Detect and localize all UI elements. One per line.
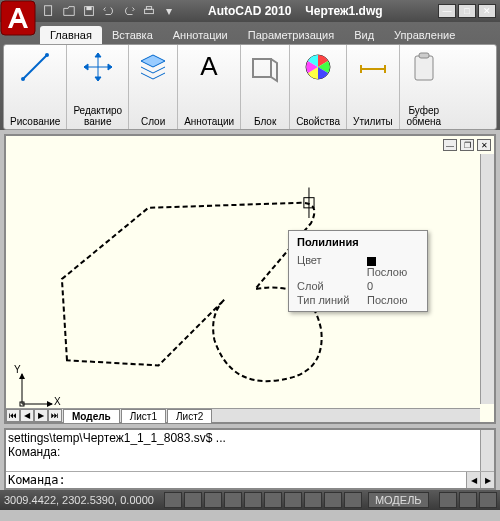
tab-annotate[interactable]: Аннотации bbox=[163, 26, 238, 44]
redo-icon[interactable] bbox=[120, 3, 138, 19]
coordinates[interactable]: 3009.4422, 2302.5390, 0.0000 bbox=[4, 494, 154, 506]
panel-block[interactable]: Блок bbox=[241, 45, 290, 129]
color-swatch bbox=[367, 257, 376, 266]
close-button[interactable]: ✕ bbox=[478, 4, 496, 18]
maximize-button[interactable]: □ bbox=[458, 4, 476, 18]
command-window: settings\temp\Чертеж1_1_1_8083.sv$ ... К… bbox=[4, 428, 496, 490]
open-icon[interactable] bbox=[60, 3, 78, 19]
quick-access-toolbar: ▾ bbox=[40, 3, 178, 19]
panel-draw[interactable]: Рисование bbox=[4, 45, 67, 129]
qp-toggle[interactable] bbox=[344, 492, 362, 508]
tab-parametric[interactable]: Параметризация bbox=[238, 26, 344, 44]
sheet-nav-next[interactable]: ▶ bbox=[34, 409, 48, 422]
sheet-nav-last[interactable]: ⏭ bbox=[48, 409, 62, 422]
layers-icon bbox=[135, 49, 171, 85]
panel-utilities[interactable]: Утилиты bbox=[347, 45, 400, 129]
command-input[interactable] bbox=[6, 472, 466, 488]
sheet-nav-first[interactable]: ⏮ bbox=[6, 409, 20, 422]
svg-point-7 bbox=[45, 53, 49, 57]
panel-annotation[interactable]: A Аннотации bbox=[178, 45, 241, 129]
measure-icon bbox=[355, 49, 391, 85]
panel-properties[interactable]: Свойства bbox=[290, 45, 347, 129]
sheet-tab-1[interactable]: Лист1 bbox=[121, 409, 166, 423]
snap-toggle[interactable] bbox=[164, 492, 182, 508]
sheet-nav-prev[interactable]: ◀ bbox=[20, 409, 34, 422]
ortho-toggle[interactable] bbox=[204, 492, 222, 508]
app-name: AutoCAD 2010 bbox=[208, 4, 291, 18]
minimize-button[interactable]: — bbox=[438, 4, 456, 18]
panel-layers[interactable]: Слои bbox=[129, 45, 178, 129]
tab-home[interactable]: Главная bbox=[40, 26, 102, 44]
polar-toggle[interactable] bbox=[224, 492, 242, 508]
svg-rect-3 bbox=[86, 7, 91, 11]
sheet-tab-model[interactable]: Модель bbox=[63, 409, 120, 423]
tab-view[interactable]: Вид bbox=[344, 26, 384, 44]
status-extra-2[interactable] bbox=[459, 492, 477, 508]
svg-rect-0 bbox=[1, 1, 35, 35]
title-bar: ▾ AutoCAD 2010 Чертеж1.dwg — □ ✕ bbox=[0, 0, 500, 22]
undo-icon[interactable] bbox=[100, 3, 118, 19]
panel-modify[interactable]: Редактиро вание bbox=[67, 45, 129, 129]
tab-manage[interactable]: Управление bbox=[384, 26, 465, 44]
svg-rect-1 bbox=[45, 6, 52, 16]
otrack-toggle[interactable] bbox=[264, 492, 282, 508]
dyn-toggle[interactable] bbox=[304, 492, 322, 508]
status-bar: 3009.4422, 2302.5390, 0.0000 МОДЕЛЬ bbox=[0, 490, 500, 510]
svg-rect-4 bbox=[145, 9, 154, 13]
svg-point-6 bbox=[21, 77, 25, 81]
color-wheel-icon bbox=[300, 49, 336, 85]
osnap-toggle[interactable] bbox=[244, 492, 262, 508]
svg-rect-11 bbox=[415, 56, 433, 80]
entity-tooltip: Полилиния ЦветПослою Слой0 Тип линийПосл… bbox=[288, 230, 428, 312]
status-extra-3[interactable] bbox=[479, 492, 497, 508]
svg-text:A: A bbox=[200, 51, 218, 81]
sheet-tab-2[interactable]: Лист2 bbox=[167, 409, 212, 423]
app-logo[interactable] bbox=[0, 0, 36, 36]
grid-toggle[interactable] bbox=[184, 492, 202, 508]
model-sheet-bar: ⏮ ◀ ▶ ⏭ Модель Лист1 Лист2 bbox=[6, 408, 480, 422]
text-icon: A bbox=[191, 49, 227, 85]
lwt-toggle[interactable] bbox=[324, 492, 342, 508]
qat-dropdown-icon[interactable]: ▾ bbox=[160, 3, 178, 19]
svg-rect-12 bbox=[419, 53, 429, 58]
tooltip-title: Полилиния bbox=[289, 231, 427, 253]
save-icon[interactable] bbox=[80, 3, 98, 19]
model-space-button[interactable]: МОДЕЛЬ bbox=[368, 492, 429, 508]
panel-clipboard[interactable]: Буфер обмена bbox=[400, 45, 448, 129]
ducs-toggle[interactable] bbox=[284, 492, 302, 508]
doc-name: Чертеж1.dwg bbox=[305, 4, 382, 18]
command-history[interactable]: settings\temp\Чертеж1_1_1_8083.sv$ ... К… bbox=[6, 430, 494, 471]
vertical-scrollbar[interactable] bbox=[480, 154, 494, 404]
svg-rect-5 bbox=[146, 7, 151, 10]
clipboard-icon bbox=[406, 49, 442, 85]
drawing-viewport[interactable]: — ❐ ✕ Полилиния ЦветПослою Слой0 Тип лин… bbox=[4, 134, 496, 424]
cmd-scrollbar[interactable] bbox=[480, 430, 494, 471]
move-icon bbox=[80, 49, 116, 85]
print-icon[interactable] bbox=[140, 3, 158, 19]
block-icon bbox=[247, 49, 283, 85]
tab-insert[interactable]: Вставка bbox=[102, 26, 163, 44]
svg-rect-9 bbox=[253, 59, 271, 77]
ribbon-panels: Рисование Редактиро вание Слои A Аннотац… bbox=[3, 44, 497, 130]
status-extra-1[interactable] bbox=[439, 492, 457, 508]
cmd-hscroll[interactable]: ◀ ▶ bbox=[466, 472, 494, 488]
line-icon bbox=[17, 49, 53, 85]
ribbon: Главная Вставка Аннотации Параметризация… bbox=[0, 22, 500, 130]
new-icon[interactable] bbox=[40, 3, 58, 19]
ribbon-tabs: Главная Вставка Аннотации Параметризация… bbox=[0, 22, 500, 44]
